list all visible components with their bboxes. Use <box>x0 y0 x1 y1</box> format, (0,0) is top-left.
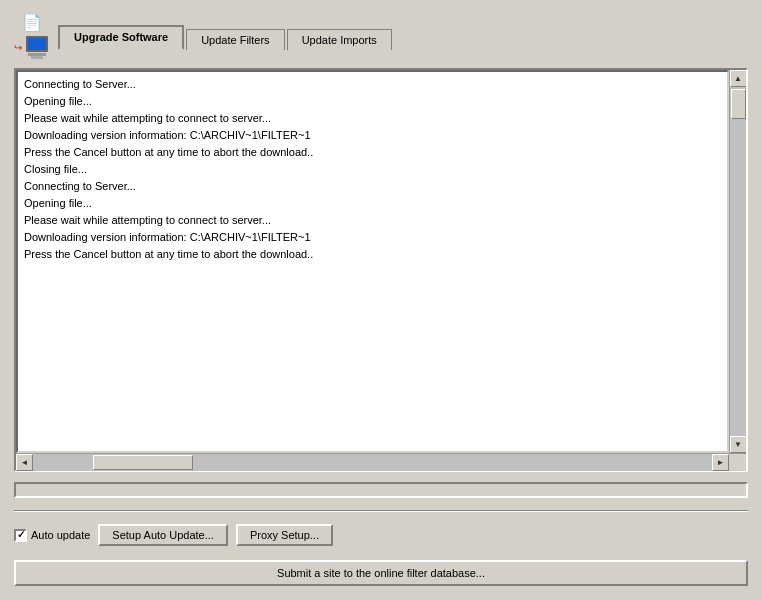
tab-upgrade-software[interactable]: Upgrade Software <box>58 25 184 50</box>
progress-bar <box>14 482 748 498</box>
log-line: Press the Cancel button at any time to a… <box>24 144 721 161</box>
scroll-down-icon: ▼ <box>734 440 742 449</box>
log-text-area[interactable]: Connecting to Server...Opening file...Pl… <box>16 70 729 453</box>
auto-update-label: Auto update <box>31 529 90 541</box>
vertical-scrollbar[interactable]: ▲ ▼ <box>729 70 746 453</box>
scroll-right-button[interactable]: ► <box>712 454 729 471</box>
separator <box>14 510 748 512</box>
h-scroll-thumb[interactable] <box>93 455 193 470</box>
h-scroll-track[interactable] <box>33 454 712 471</box>
horizontal-scrollbar[interactable]: ◄ ► <box>16 453 746 470</box>
bottom-controls: ✓ Auto update Setup Auto Update... Proxy… <box>8 520 754 550</box>
icon-area: 📄 ↪ <box>12 12 52 62</box>
log-line: Closing file... <box>24 161 721 178</box>
scroll-left-icon: ◄ <box>21 458 29 467</box>
setup-auto-update-button[interactable]: Setup Auto Update... <box>98 524 228 546</box>
scroll-up-icon: ▲ <box>734 74 742 83</box>
log-line: Downloading version information: C:\ARCH… <box>24 127 721 144</box>
log-area-wrapper: Connecting to Server...Opening file...Pl… <box>14 68 748 472</box>
scroll-track[interactable] <box>730 87 747 436</box>
log-line: Downloading version information: C:\ARCH… <box>24 229 721 246</box>
log-line: Opening file... <box>24 195 721 212</box>
auto-update-checkbox[interactable]: ✓ <box>14 529 27 542</box>
log-line: Please wait while attempting to connect … <box>24 212 721 229</box>
top-row: 📄 ↪ Upgrade Software Update Filters Upda… <box>8 8 754 62</box>
arrow-icon: ↪ <box>14 42 22 53</box>
log-line: Press the Cancel button at any time to a… <box>24 246 721 263</box>
proxy-setup-button[interactable]: Proxy Setup... <box>236 524 333 546</box>
tab-update-imports[interactable]: Update Imports <box>287 29 392 50</box>
scroll-thumb[interactable] <box>731 89 746 119</box>
submit-row: Submit a site to the online filter datab… <box>8 556 754 592</box>
log-line: Opening file... <box>24 93 721 110</box>
scroll-down-button[interactable]: ▼ <box>730 436 747 453</box>
main-panel: 📄 ↪ Upgrade Software Update Filters Upda… <box>0 0 762 600</box>
document-icon: 📄 <box>22 13 42 32</box>
computer-icon <box>22 36 52 62</box>
submit-button[interactable]: Submit a site to the online filter datab… <box>14 560 748 586</box>
log-inner: Connecting to Server...Opening file...Pl… <box>16 70 746 453</box>
log-line: Please wait while attempting to connect … <box>24 110 721 127</box>
log-line: Connecting to Server... <box>24 76 721 93</box>
checkmark-icon: ✓ <box>17 530 25 540</box>
tab-update-filters[interactable]: Update Filters <box>186 29 284 50</box>
tabs-row: Upgrade Software Update Filters Update I… <box>58 25 394 50</box>
log-line: Connecting to Server... <box>24 178 721 195</box>
scroll-right-icon: ► <box>717 458 725 467</box>
checkbox-area: ✓ Auto update <box>14 529 90 542</box>
scroll-left-button[interactable]: ◄ <box>16 454 33 471</box>
scroll-up-button[interactable]: ▲ <box>730 70 747 87</box>
scroll-corner <box>729 454 746 471</box>
